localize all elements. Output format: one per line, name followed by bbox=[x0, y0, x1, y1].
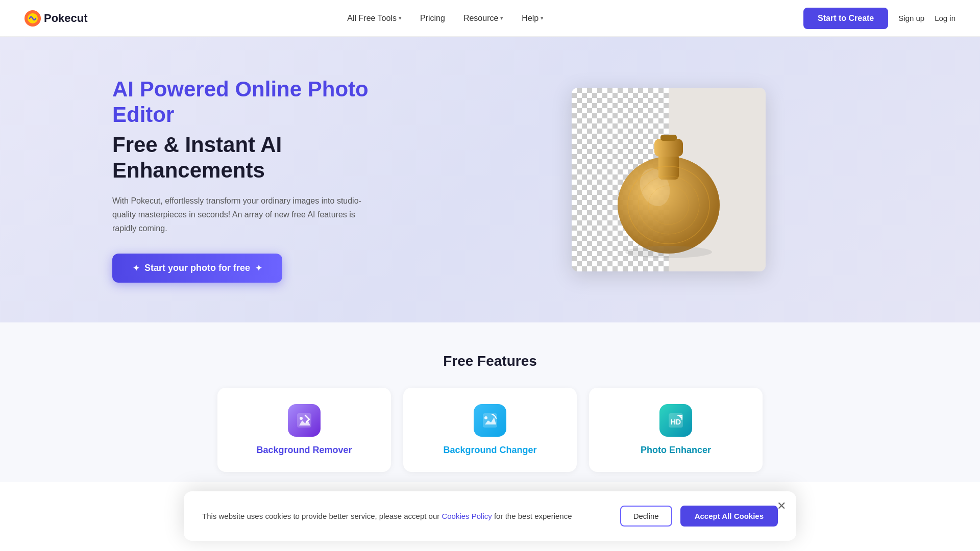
hero-image-area bbox=[419, 88, 919, 271]
svg-rect-8 bbox=[654, 139, 683, 157]
nav-links: All Free Tools ▾ Pricing Resource ▾ Help… bbox=[347, 14, 544, 23]
photo-enhancer-label: Photo Enhancer bbox=[641, 445, 711, 456]
svg-point-10 bbox=[625, 246, 712, 258]
logo-text: Pokecut bbox=[44, 12, 88, 25]
bg-changer-label: Background Changer bbox=[443, 445, 536, 456]
hero-product-image bbox=[572, 88, 766, 271]
feature-card-bg-changer[interactable]: Background Changer bbox=[403, 388, 577, 472]
sparkle-left-icon: ✦ bbox=[133, 263, 139, 273]
bg-remover-label: Background Remover bbox=[256, 445, 352, 456]
hero-title-black: Free & Instant AI Enhancements bbox=[112, 132, 378, 184]
bg-remover-icon bbox=[288, 404, 321, 437]
svg-rect-9 bbox=[660, 135, 677, 141]
login-link[interactable]: Log in bbox=[935, 14, 955, 22]
bg-changer-icon bbox=[474, 404, 506, 437]
nav-pricing[interactable]: Pricing bbox=[420, 14, 445, 23]
cookie-overlay: ✕ This website uses cookies to provide b… bbox=[0, 481, 980, 482]
svg-point-17 bbox=[484, 416, 487, 419]
hero-cta-label: Start your photo for free bbox=[144, 263, 250, 273]
hero-title-colored: AI Powered Online Photo Editor bbox=[112, 77, 378, 128]
svg-text:HD: HD bbox=[671, 418, 681, 426]
nav-all-free-tools[interactable]: All Free Tools ▾ bbox=[347, 14, 402, 23]
chevron-down-icon: ▾ bbox=[399, 15, 402, 21]
chevron-down-icon: ▾ bbox=[500, 15, 503, 21]
features-grid: Background Remover Background Changer HD bbox=[61, 388, 919, 472]
nav-right: Start to Create Sign up Log in bbox=[803, 8, 955, 29]
svg-point-15 bbox=[300, 417, 303, 420]
hero-description: With Pokecut, effortlessly transform you… bbox=[112, 194, 378, 236]
chevron-down-icon: ▾ bbox=[541, 15, 544, 21]
features-title: Free Features bbox=[61, 353, 919, 369]
perfume-illustration bbox=[572, 88, 766, 271]
feature-card-photo-enhancer[interactable]: HD Photo Enhancer bbox=[589, 388, 763, 472]
sparkle-right-icon: ✦ bbox=[255, 263, 262, 273]
start-to-create-button[interactable]: Start to Create bbox=[803, 8, 888, 29]
signup-link[interactable]: Sign up bbox=[898, 14, 924, 22]
features-section: Free Features Background Remover bbox=[0, 322, 980, 482]
hero-section: AI Powered Online Photo Editor Free & In… bbox=[0, 37, 980, 322]
logo[interactable]: Pokecut bbox=[24, 10, 88, 27]
feature-card-bg-remover[interactable]: Background Remover bbox=[217, 388, 391, 472]
hero-content: AI Powered Online Photo Editor Free & In… bbox=[112, 77, 378, 283]
photo-enhancer-icon: HD bbox=[659, 404, 692, 437]
hero-cta-button[interactable]: ✦ Start your photo for free ✦ bbox=[112, 254, 282, 283]
nav-help[interactable]: Help ▾ bbox=[522, 14, 544, 23]
svg-rect-16 bbox=[483, 413, 497, 428]
nav-resource[interactable]: Resource ▾ bbox=[463, 14, 503, 23]
logo-icon bbox=[24, 10, 41, 27]
navbar: Pokecut All Free Tools ▾ Pricing Resourc… bbox=[0, 0, 980, 37]
